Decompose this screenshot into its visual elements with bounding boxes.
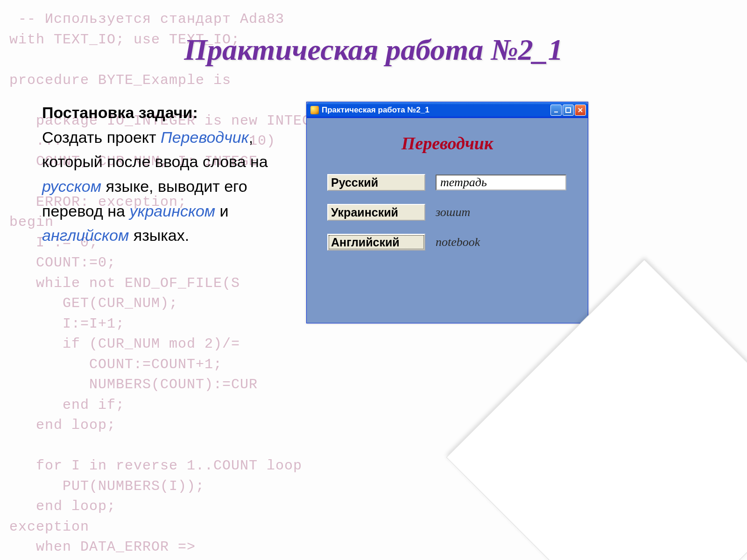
svg-rect-0 (554, 112, 558, 112)
english-output: notebook (436, 235, 480, 249)
close-button[interactable] (575, 105, 586, 116)
window-title: Практическая работа №2_1 (322, 105, 550, 115)
maximize-button[interactable] (563, 105, 574, 116)
task-italic-ukrainian: украинском (129, 202, 215, 220)
task-description: Постановка задачи: Создать проект Перево… (42, 100, 294, 248)
translator-window: Практическая работа №2_1 Переводчик Русс… (306, 102, 588, 323)
window-buttons (550, 105, 586, 116)
russian-button[interactable]: Русский (327, 174, 425, 191)
russian-input[interactable]: тетрадь (436, 175, 566, 190)
task-text-4: и (215, 202, 228, 220)
window-titlebar[interactable]: Практическая работа №2_1 (307, 102, 588, 118)
task-italic-project: Переводчик (161, 128, 249, 146)
delphi-app-icon (310, 106, 319, 114)
task-italic-english: английском (42, 226, 129, 244)
ukrainian-output: зошит (436, 205, 470, 219)
task-italic-russian: русском (42, 177, 101, 195)
ukrainian-button[interactable]: Украинский (327, 204, 425, 221)
slide-title: Практическая работа №2_1 (0, 0, 747, 67)
minimize-button[interactable] (550, 105, 562, 116)
row-english: Английский notebook (309, 227, 586, 257)
english-button[interactable]: Английский (327, 234, 425, 251)
app-heading: Переводчик (309, 133, 586, 154)
task-text-5: языках. (129, 226, 189, 244)
row-ukrainian: Украинский зошит (309, 197, 586, 227)
svg-rect-1 (566, 108, 571, 112)
row-russian: Русский тетрадь (309, 168, 586, 197)
task-text-1: Создать проект (42, 128, 161, 146)
task-heading: Постановка задачи: (42, 104, 198, 121)
window-client-area: Переводчик Русский тетрадь Украинский зо… (309, 118, 586, 321)
